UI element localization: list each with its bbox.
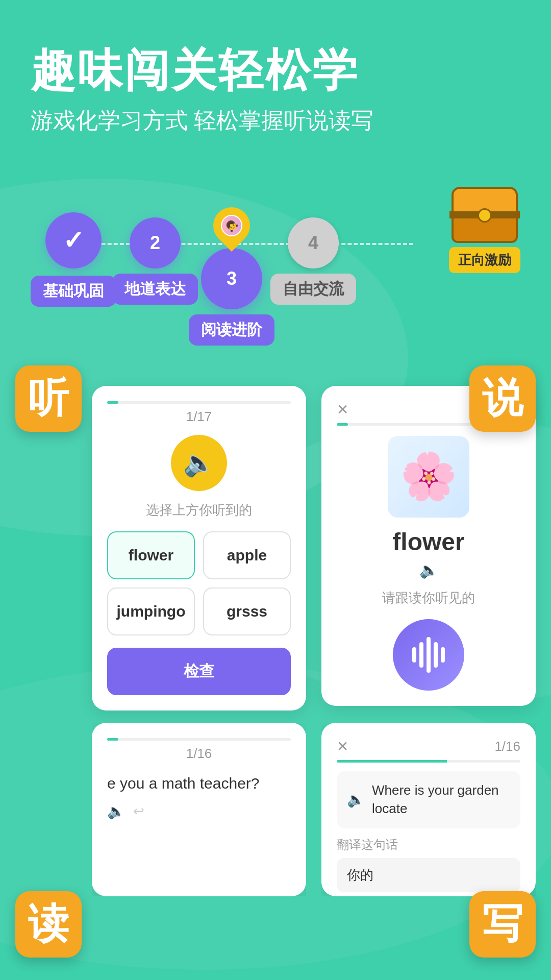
read-instruction: 请跟读你听见的 xyxy=(337,589,520,607)
option-apple[interactable]: apple xyxy=(203,531,291,579)
sentence-icons: 🔈 ↩ xyxy=(107,803,291,820)
read-card: 1/16 e you a math teacher? 🔈 ↩ xyxy=(92,723,306,896)
write-progress-bar xyxy=(337,760,520,763)
write-progress-text: 1/16 xyxy=(494,739,520,754)
read-progress-bar xyxy=(107,738,291,741)
pin-face: 👧 xyxy=(218,212,245,239)
write-card: ✕ 1/16 🔈 Where is your garden locate 翻译这… xyxy=(321,723,536,896)
write-prompt-text: Where is your garden locate xyxy=(372,781,510,818)
listen-progress-bar xyxy=(107,401,291,404)
chest-visual xyxy=(452,187,518,243)
treasure-chest: 正向激励 xyxy=(449,187,520,273)
write-close-icon[interactable]: ✕ xyxy=(337,738,348,755)
mic-button[interactable] xyxy=(393,619,464,691)
badge-xie[interactable]: 写 xyxy=(469,891,536,958)
node-check-icon: ✓ xyxy=(45,212,102,268)
speak-card: ✕ 1/17 🌸 flower 🔈 请跟读你听见的 xyxy=(321,386,536,706)
read-sentence: e you a math teacher? xyxy=(107,772,291,795)
page-subtitle: 游戏化学习方式 轻松掌握听说读写 xyxy=(31,106,520,136)
node-2-circle: 3 xyxy=(201,248,262,309)
chest-reward-label: 正向激励 xyxy=(449,247,520,273)
node-3-circle: 4 xyxy=(288,217,339,268)
node-2-label: 阅读进阶 xyxy=(189,314,274,346)
listen-progress-fill xyxy=(107,401,118,404)
read-progress-text: 1/16 xyxy=(107,746,291,762)
badge-ting[interactable]: 听 xyxy=(15,365,82,432)
wave-bar-1 xyxy=(412,647,416,663)
wave-bar-5 xyxy=(441,647,445,663)
node-0-label: 基础巩固 xyxy=(31,276,116,307)
step-node-1[interactable]: 2 地道表达 xyxy=(112,217,198,305)
pin-shape: 👧 xyxy=(206,200,258,252)
location-pin-container: 👧 xyxy=(213,207,250,244)
speaker-icon-big[interactable]: 🔈 xyxy=(171,435,227,491)
node-3-label: 自由交流 xyxy=(270,274,356,305)
read-progress-fill xyxy=(107,738,118,741)
listen-card-wrapper: 1/17 🔈 选择上方你听到的 flower apple jumpingo gr… xyxy=(92,386,306,710)
badge-shuo[interactable]: 说 xyxy=(469,365,536,432)
header: 趣味闯关轻松学 游戏化学习方式 轻松掌握听说读写 xyxy=(0,0,551,156)
step-node-3[interactable]: 4 自由交流 xyxy=(270,217,356,305)
pin-avatar: 👧 xyxy=(216,210,246,240)
chest-lock xyxy=(478,208,492,223)
prompt-speaker-icon[interactable]: 🔈 xyxy=(347,791,365,808)
close-icon[interactable]: ✕ xyxy=(337,401,348,418)
option-jumpingo[interactable]: jumpingo xyxy=(107,587,195,635)
word-speaker-icon[interactable]: 🔈 xyxy=(337,561,520,579)
word-title: flower xyxy=(337,528,520,556)
speak-progress-fill xyxy=(337,423,348,426)
step-node-0[interactable]: ✓ 基础巩固 xyxy=(31,212,116,307)
speak-card-wrapper: ✕ 1/17 🌸 flower 🔈 请跟读你听见的 xyxy=(321,386,536,706)
write-card-wrapper: ✕ 1/16 🔈 Where is your garden locate 翻译这… xyxy=(321,723,536,896)
game-path: ✓ 基础巩固 2 地道表达 👧 3 阅读进阶 4 自由交流 xyxy=(0,172,551,365)
listen-card: 1/17 🔈 选择上方你听到的 flower apple jumpingo gr… xyxy=(92,386,306,710)
cards-section: 听 说 1/17 🔈 选择上方你听到的 flower apple xyxy=(0,365,551,978)
node-1-label: 地道表达 xyxy=(112,274,198,305)
step-node-2[interactable]: 👧 3 阅读进阶 xyxy=(189,207,274,346)
wave-bar-3 xyxy=(427,637,431,673)
option-grsss[interactable]: grsss xyxy=(203,587,291,635)
write-prompt: 🔈 Where is your garden locate xyxy=(337,771,520,828)
reload-icon[interactable]: ↩ xyxy=(133,803,144,819)
write-card-header: ✕ 1/16 xyxy=(337,738,520,755)
node-1-circle: 2 xyxy=(130,217,181,268)
translate-input[interactable]: 你的 xyxy=(337,858,520,892)
listen-instruction: 选择上方你听到的 xyxy=(107,501,291,519)
translate-label: 翻译这句话 xyxy=(337,837,520,853)
page-title: 趣味闯关轻松学 xyxy=(31,46,520,95)
mic-waves xyxy=(412,637,445,673)
listen-progress-text: 1/17 xyxy=(107,409,291,425)
mini-speaker-icon[interactable]: 🔈 xyxy=(107,803,125,820)
check-button[interactable]: 检查 xyxy=(107,648,291,695)
wave-bar-4 xyxy=(434,642,438,668)
wave-bar-2 xyxy=(419,642,423,668)
flower-image: 🌸 xyxy=(388,436,469,518)
option-flower[interactable]: flower xyxy=(107,531,195,579)
badge-du[interactable]: 读 xyxy=(15,891,82,958)
read-card-wrapper: 1/16 e you a math teacher? 🔈 ↩ xyxy=(92,723,306,896)
options-grid: flower apple jumpingo grsss xyxy=(107,531,291,635)
